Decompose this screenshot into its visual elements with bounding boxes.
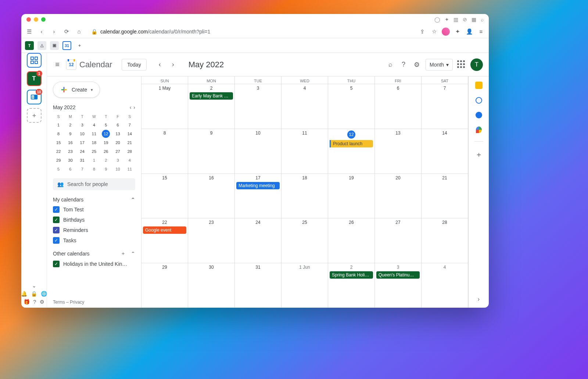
- privacy-link[interactable]: Privacy: [70, 300, 84, 305]
- day-cell[interactable]: 28: [422, 218, 468, 263]
- back-button[interactable]: ‹: [37, 28, 46, 36]
- mini-day[interactable]: 4: [89, 121, 100, 129]
- add-panel-button[interactable]: ＋: [475, 150, 483, 160]
- mini-day[interactable]: 17: [77, 139, 88, 147]
- settings-gear-icon[interactable]: ⚙: [412, 60, 421, 69]
- mini-day[interactable]: 22: [53, 147, 64, 155]
- day-cell[interactable]: 26: [328, 218, 375, 263]
- day-cell[interactable]: 16: [188, 174, 235, 218]
- mini-day[interactable]: 23: [65, 147, 76, 155]
- checkbox-icon[interactable]: ✓: [53, 217, 60, 223]
- mini-day[interactable]: 3: [77, 121, 88, 129]
- bookmark-icon[interactable]: ☆: [430, 28, 438, 36]
- day-cell[interactable]: 4: [422, 263, 468, 308]
- mini-day[interactable]: 11: [89, 130, 100, 138]
- maximize-window-button[interactable]: [41, 17, 46, 22]
- add-calendar-button[interactable]: ＋: [121, 250, 126, 257]
- tab-favicon[interactable]: ▣: [50, 41, 59, 50]
- day-cell[interactable]: 5: [328, 84, 375, 129]
- mini-day[interactable]: 19: [100, 139, 111, 147]
- close-window-button[interactable]: [26, 17, 31, 22]
- search-icon[interactable]: ⌕: [386, 60, 395, 69]
- day-cell[interactable]: 31: [235, 263, 282, 308]
- mini-day[interactable]: 7: [77, 165, 88, 173]
- day-cell[interactable]: 3Queen's Platinum Jubilee: [375, 263, 422, 308]
- mini-day[interactable]: 10: [77, 130, 88, 138]
- mini-day[interactable]: 10: [112, 165, 123, 173]
- menu-icon[interactable]: ≡: [477, 28, 485, 36]
- mini-day[interactable]: 14: [124, 130, 135, 138]
- checkbox-icon[interactable]: ✓: [53, 206, 60, 213]
- main-menu-button[interactable]: ≡: [53, 60, 62, 69]
- day-cell[interactable]: 1 May: [141, 84, 188, 129]
- lock-icon[interactable]: 🔒: [31, 291, 37, 297]
- mini-next-button[interactable]: ›: [133, 104, 135, 110]
- workspace-home-button[interactable]: [27, 53, 42, 68]
- terms-link[interactable]: Terms: [53, 300, 65, 305]
- calendar-event[interactable]: Product launch: [330, 140, 373, 147]
- mini-day[interactable]: 8: [89, 165, 100, 173]
- extensions-icon[interactable]: ✦: [453, 28, 462, 36]
- bell-icon[interactable]: 🔔: [21, 291, 27, 297]
- calendar-event[interactable]: Marketing meeting: [236, 182, 280, 189]
- help-icon[interactable]: ?: [399, 60, 408, 69]
- checkbox-icon[interactable]: ✓: [53, 227, 60, 233]
- gear-icon[interactable]: ⚙: [40, 299, 44, 305]
- mini-day[interactable]: 21: [124, 139, 135, 147]
- google-apps-button[interactable]: [457, 60, 466, 69]
- day-cell[interactable]: 23: [188, 218, 235, 263]
- globe-icon[interactable]: ◯: [434, 17, 440, 22]
- mini-prev-button[interactable]: ‹: [130, 104, 132, 110]
- mini-day[interactable]: 2: [65, 121, 76, 129]
- expand-panel-button[interactable]: ›: [478, 296, 480, 303]
- other-calendars-header[interactable]: Other calendars ＋ ⌃: [53, 250, 135, 257]
- checkbox-icon[interactable]: ✓: [53, 261, 60, 267]
- workspace-add-button[interactable]: ＋: [27, 108, 42, 123]
- calendar-item[interactable]: ✓Tasks: [53, 237, 135, 244]
- calendar-event[interactable]: Spring Bank Holiday: [330, 271, 373, 279]
- day-cell[interactable]: 12Product launch: [328, 129, 375, 174]
- day-cell[interactable]: 14: [422, 129, 468, 174]
- day-cell[interactable]: 11: [282, 129, 328, 174]
- mini-day[interactable]: 20: [112, 139, 123, 147]
- calendar-item[interactable]: ✓Birthdays: [53, 217, 135, 223]
- day-cell[interactable]: 6: [375, 84, 422, 129]
- my-calendars-header[interactable]: My calendars ⌃: [53, 197, 135, 203]
- mini-day[interactable]: 3: [112, 156, 123, 164]
- mini-day[interactable]: 1: [89, 156, 100, 164]
- mini-day[interactable]: 9: [65, 130, 76, 138]
- compass-icon[interactable]: ⊘: [463, 17, 467, 22]
- create-button[interactable]: Create ▾: [53, 82, 100, 98]
- mini-day[interactable]: 18: [89, 139, 100, 147]
- mini-day[interactable]: 11: [124, 165, 135, 173]
- calendar-item[interactable]: ✓Holidays in the United Kin…: [53, 261, 135, 267]
- day-cell[interactable]: 2Early May Bank Holiday: [188, 84, 235, 129]
- workspace-outlook-button[interactable]: O 10: [27, 90, 42, 104]
- new-tab-button[interactable]: ＋: [75, 41, 84, 50]
- chevron-down-icon[interactable]: ⌄: [32, 283, 36, 289]
- grid-icon[interactable]: ▦: [472, 17, 476, 22]
- day-cell[interactable]: 3: [235, 84, 282, 129]
- minimize-window-button[interactable]: [34, 17, 38, 22]
- mini-day[interactable]: 31: [77, 156, 88, 164]
- day-cell[interactable]: 22Google event: [141, 218, 188, 263]
- day-cell[interactable]: 1 Jun: [282, 263, 328, 308]
- tab-favicon-active[interactable]: 31: [62, 41, 71, 50]
- day-cell[interactable]: 8: [141, 129, 188, 174]
- mini-day[interactable]: 5: [100, 121, 111, 129]
- next-month-button[interactable]: ›: [167, 59, 179, 71]
- day-cell[interactable]: 21: [422, 174, 468, 218]
- mini-day[interactable]: 28: [124, 147, 135, 155]
- tasks-icon[interactable]: [476, 97, 482, 104]
- day-cell[interactable]: 7: [422, 84, 468, 129]
- day-cell[interactable]: 27: [375, 218, 422, 263]
- day-cell[interactable]: 18: [282, 174, 328, 218]
- calendar-event[interactable]: Google event: [143, 226, 186, 234]
- sidebar-toggle-icon[interactable]: ☰: [25, 28, 33, 36]
- mini-day[interactable]: 5: [53, 165, 64, 173]
- day-cell[interactable]: 4: [282, 84, 328, 129]
- day-cell[interactable]: 29: [141, 263, 188, 308]
- mini-day[interactable]: 16: [65, 139, 76, 147]
- day-cell[interactable]: 19: [328, 174, 375, 218]
- home-button[interactable]: ⌂: [75, 28, 83, 36]
